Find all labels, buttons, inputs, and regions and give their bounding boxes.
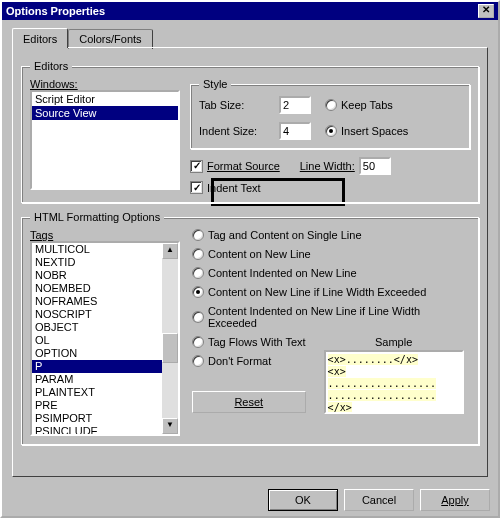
tab-editors[interactable]: Editors bbox=[12, 28, 68, 48]
tab-panel-editors: Editors Windows: Script Editor Source Vi… bbox=[12, 47, 488, 477]
windows-listbox[interactable]: Script Editor Source View bbox=[30, 90, 180, 190]
reset-button[interactable]: Reset bbox=[192, 391, 306, 413]
tags-listbox[interactable]: MULTICOL NEXTID NOBR NOEMBED NOFRAMES NO… bbox=[30, 241, 180, 436]
opt-dont-format[interactable]: Don't Format bbox=[192, 355, 306, 367]
list-item[interactable]: PARAM bbox=[32, 373, 178, 386]
dialog-buttons: OK Cancel Apply bbox=[2, 483, 498, 517]
insert-spaces-radio[interactable]: Insert Spaces bbox=[325, 125, 435, 137]
close-button[interactable]: ✕ bbox=[478, 4, 494, 18]
format-source-checkbox[interactable]: Format Source bbox=[190, 160, 280, 173]
style-group: Style Tab Size: Keep Tabs Indent Size: I… bbox=[190, 78, 470, 149]
indent-text-checkbox[interactable]: Indent Text bbox=[190, 181, 261, 194]
opt-tag-flows[interactable]: Tag Flows With Text bbox=[192, 336, 306, 348]
opt-newline-if-exceeded[interactable]: Content on New Line if Line Width Exceed… bbox=[192, 286, 470, 298]
list-item[interactable]: NOEMBED bbox=[32, 282, 178, 295]
titlebar: Options Properties ✕ bbox=[2, 2, 498, 20]
sample-preview: <x>........</x> <x> .................. .… bbox=[324, 350, 464, 414]
opt-single-line[interactable]: Tag and Content on Single Line bbox=[192, 229, 470, 241]
list-item[interactable]: OBJECT bbox=[32, 321, 178, 334]
tags-scrollbar[interactable]: ▲ ▼ bbox=[162, 243, 178, 434]
apply-button[interactable]: Apply bbox=[420, 489, 490, 511]
scroll-up-button[interactable]: ▲ bbox=[162, 243, 178, 259]
list-item[interactable]: OL bbox=[32, 334, 178, 347]
opt-indented-if-exceeded[interactable]: Content Indented on New Line if Line Wid… bbox=[192, 305, 470, 329]
options-properties-window: Options Properties ✕ Editors Colors/Font… bbox=[0, 0, 500, 518]
html-formatting-group: HTML Formatting Options Tags MULTICOL NE… bbox=[21, 211, 479, 445]
style-legend: Style bbox=[199, 78, 231, 90]
list-item[interactable]: PRE bbox=[32, 399, 178, 412]
list-item[interactable]: NOBR bbox=[32, 269, 178, 282]
list-item[interactable]: PLAINTEXT bbox=[32, 386, 178, 399]
scroll-thumb[interactable] bbox=[162, 333, 178, 363]
opt-content-indented[interactable]: Content Indented on New Line bbox=[192, 267, 470, 279]
list-item[interactable]: P bbox=[32, 360, 178, 373]
keep-tabs-radio[interactable]: Keep Tabs bbox=[325, 99, 435, 111]
list-item[interactable]: Script Editor bbox=[32, 92, 178, 106]
tags-label: Tags bbox=[30, 229, 180, 241]
tab-size-input[interactable] bbox=[279, 96, 311, 114]
list-item[interactable]: OPTION bbox=[32, 347, 178, 360]
list-item[interactable]: NOFRAMES bbox=[32, 295, 178, 308]
editors-legend: Editors bbox=[30, 60, 72, 72]
indent-size-input[interactable] bbox=[279, 122, 311, 140]
tab-strip: Editors Colors/Fonts bbox=[12, 28, 488, 48]
tab-colors-fonts[interactable]: Colors/Fonts bbox=[68, 29, 152, 49]
list-item[interactable]: PSINCLUDE bbox=[32, 425, 178, 436]
line-width-label: Line Width: bbox=[300, 160, 355, 172]
scroll-down-button[interactable]: ▼ bbox=[162, 418, 178, 434]
list-item[interactable]: NOSCRIPT bbox=[32, 308, 178, 321]
opt-content-newline[interactable]: Content on New Line bbox=[192, 248, 470, 260]
window-title: Options Properties bbox=[6, 5, 105, 17]
indent-size-label: Indent Size: bbox=[199, 125, 269, 137]
sample-label: Sample bbox=[375, 336, 412, 348]
html-formatting-legend: HTML Formatting Options bbox=[30, 211, 164, 223]
list-item[interactable]: NEXTID bbox=[32, 256, 178, 269]
ok-button[interactable]: OK bbox=[268, 489, 338, 511]
list-item[interactable]: MULTICOL bbox=[32, 243, 178, 256]
list-item[interactable]: Source View bbox=[32, 106, 178, 120]
cancel-button[interactable]: Cancel bbox=[344, 489, 414, 511]
line-width-input[interactable] bbox=[359, 157, 391, 175]
windows-label: Windows: bbox=[30, 78, 180, 90]
list-item[interactable]: PSIMPORT bbox=[32, 412, 178, 425]
window-body: Editors Colors/Fonts Editors Windows: Sc… bbox=[2, 20, 498, 483]
editors-group: Editors Windows: Script Editor Source Vi… bbox=[21, 60, 479, 203]
tab-size-label: Tab Size: bbox=[199, 99, 269, 111]
